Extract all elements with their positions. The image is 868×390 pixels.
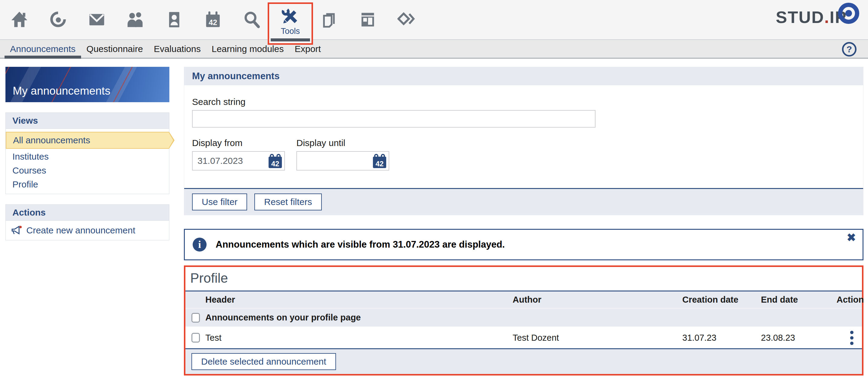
page-tabbar: Announcements Questionnaire Evaluations … (0, 40, 868, 59)
content-area: My announcements Views All announcements… (0, 59, 868, 389)
sidebar-banner: My announcements (5, 67, 169, 102)
sidebar-banner-title: My announcements (13, 85, 111, 97)
views-section: Views All announcements Institutes Cours… (5, 112, 169, 194)
sidebar-item-courses[interactable]: Courses (6, 164, 169, 177)
add-announcement-icon (11, 225, 22, 236)
profile-section: Profile Header Author Creation date End … (184, 265, 864, 376)
col-author: Author (513, 295, 682, 305)
studip-app: 42 Tools (0, 0, 868, 389)
studip-logo: Stud.IP (776, 7, 847, 27)
reset-filters-button[interactable]: Reset filters (254, 194, 321, 210)
filter-box: My announcements Search string Display f… (184, 67, 864, 215)
col-header: Header (205, 295, 513, 305)
row-creation-date-cell: 31.07.23 (682, 333, 761, 343)
profile-section-title: Profile (185, 267, 862, 291)
filter-box-title: My announcements (184, 67, 863, 85)
display-until-calendar-icon[interactable]: 42 (372, 154, 387, 169)
select-all-checkbox[interactable] (191, 313, 200, 323)
sidebar-item-institutes[interactable]: Institutes (6, 150, 169, 164)
logo-stud: Stud (776, 7, 824, 27)
main-panel: My announcements Search string Display f… (184, 67, 864, 376)
table-footer: Delete selected announcement (185, 348, 862, 374)
community-icon[interactable] (116, 0, 155, 39)
display-from-calendar-icon[interactable]: 42 (268, 154, 282, 169)
search-input[interactable] (192, 110, 595, 128)
views-header: Views (6, 113, 169, 129)
table-group-row: Announcements on your profile page (185, 309, 862, 327)
close-icon[interactable]: ✖ (847, 232, 856, 243)
svg-text:42: 42 (376, 160, 384, 168)
filter-footer: Use filter Reset filters (184, 188, 863, 215)
tab-evaluations[interactable]: Evaluations (149, 40, 206, 58)
svg-text:42: 42 (271, 160, 279, 168)
delete-selected-button[interactable]: Delete selected announcement (191, 353, 336, 370)
planner-calendar-icon[interactable]: 42 (193, 0, 232, 39)
svg-text:42: 42 (209, 18, 217, 27)
courses-icon[interactable] (39, 0, 78, 39)
actions-header: Actions (6, 205, 169, 221)
create-announcement-link[interactable]: Create new announcement (6, 221, 169, 240)
tools-label: Tools (281, 27, 300, 36)
resources-icon[interactable] (387, 0, 426, 39)
row-header-cell: Test (205, 333, 513, 343)
table-header-row: Header Author Creation date End date Act… (185, 291, 862, 309)
group-row-label: Announcements on your profile page (205, 313, 513, 323)
search-string-label: Search string (192, 97, 855, 107)
bulletin-icon[interactable] (310, 0, 348, 39)
col-end-date: End date (761, 295, 837, 305)
tab-announcements[interactable]: Announcements (4, 40, 81, 58)
announcements-table: Header Author Creation date End date Act… (185, 291, 862, 374)
col-action: Action (837, 295, 864, 305)
col-creation-date: Creation date (682, 295, 761, 305)
help-icon[interactable]: ? (842, 42, 857, 57)
profile-icon[interactable] (155, 0, 193, 39)
logo-dot: . (825, 7, 830, 27)
use-filter-button[interactable]: Use filter (192, 194, 247, 210)
info-box-text: Announcements which are visible from 31.… (216, 239, 505, 250)
top-navbar: 42 Tools (0, 0, 868, 40)
home-icon[interactable] (0, 0, 39, 39)
info-icon: i (193, 238, 207, 252)
display-from-label: Display from (192, 138, 285, 148)
info-box: i Announcements which are visible from 3… (184, 229, 864, 260)
actions-section: Actions Create new announcement (5, 204, 169, 240)
sidebar-item-profile[interactable]: Profile (6, 177, 169, 191)
sidebar-item-all-announcements[interactable]: All announcements (6, 132, 169, 149)
sidebar: My announcements Views All announcements… (5, 67, 169, 240)
search-icon[interactable] (232, 0, 271, 39)
logo-ring-icon (837, 2, 860, 25)
messages-icon[interactable] (78, 0, 116, 39)
row-actions-menu-icon[interactable] (850, 331, 856, 345)
table-row: Test Test Dozent 31.07.23 23.08.23 (185, 327, 862, 348)
tab-questionnaire[interactable]: Questionnaire (81, 40, 149, 58)
tools-icon[interactable]: Tools (268, 2, 313, 45)
display-until-label: Display until (297, 138, 389, 148)
create-announcement-label: Create new announcement (26, 225, 135, 235)
active-nav-indicator (271, 38, 310, 41)
row-end-date-cell: 23.08.23 (761, 333, 837, 343)
row-author-cell: Test Dozent (513, 333, 682, 343)
table-icon[interactable] (348, 0, 387, 39)
row-checkbox[interactable] (191, 333, 200, 343)
